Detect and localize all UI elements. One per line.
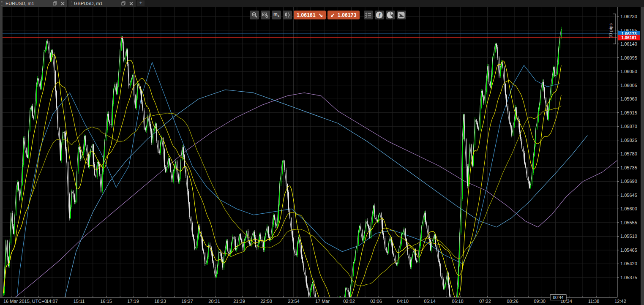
chart-toolbar: m1 1.06161 1.06173	[250, 11, 408, 19]
measure-label: 10 pips	[608, 23, 613, 38]
buy-arrow-icon	[330, 13, 335, 17]
buy-price: 1.06173	[338, 12, 357, 18]
time-tick-label: 12:42	[614, 299, 626, 304]
tab-grip-icon	[70, 1, 72, 5]
time-tick-label: 16:15	[100, 299, 112, 304]
price-tick-label: 1.05690	[620, 179, 637, 184]
bid-tag-label: 1.06161	[621, 35, 637, 40]
price-tick-label: 1.06050	[620, 69, 637, 74]
time-tick-label: 21:39	[233, 299, 245, 304]
price-tick-label: 1.06005	[620, 83, 637, 88]
time-tick-label: 03:06	[370, 299, 382, 304]
price-axis[interactable]: 1.062301.061851.061401.060951.060501.060…	[617, 14, 637, 280]
ma-yellow-slow-line	[3, 106, 561, 293]
price-tick-label: 1.05600	[620, 206, 637, 211]
ma-violet-line	[8, 93, 618, 304]
time-tick-label: 15:11	[74, 299, 85, 304]
price-tick-label: 1.05735	[620, 165, 637, 170]
time-tick-label: 04:10	[397, 299, 409, 304]
tab-popout-icon[interactable]	[120, 1, 126, 6]
f-circle-icon: f	[376, 11, 383, 19]
time-tick-label: 11:38	[588, 299, 600, 304]
tab-close-icon[interactable]	[128, 1, 134, 6]
checklist-icon	[365, 12, 371, 18]
time-tick-label: 06:18	[452, 299, 464, 304]
time-tick-label: 20:31	[208, 299, 220, 304]
sell-arrow-icon	[319, 13, 323, 17]
chart-settings-button[interactable]	[261, 11, 270, 19]
price-tick-label: 1.05825	[620, 138, 637, 143]
time-tick-label: 17 Mar	[315, 299, 330, 304]
price-tick-label: 1.06230	[620, 14, 637, 19]
price-tick-label: 1.05375	[620, 275, 637, 280]
price-tick-label: 1.05555	[620, 220, 637, 225]
circle-notch-icon	[387, 11, 394, 19]
ma-blue-fast-line	[9, 62, 560, 305]
price-tick-label: 1.05465	[620, 248, 637, 253]
magnifier-icon	[251, 12, 258, 18]
candle-body	[340, 298, 341, 301]
measure-tool: 10 pips	[608, 14, 616, 44]
time-tick-label: 22:50	[260, 299, 272, 304]
tab-gbpusd-m1[interactable]: GBPUSD, m1	[68, 0, 136, 7]
tab-eurusd-m1[interactable]: EURUSD, m1	[0, 0, 67, 7]
time-tick-label: 14:07	[46, 299, 58, 304]
time-tick-label: 07:22	[479, 299, 491, 304]
chart-settings-icon	[262, 12, 269, 18]
sell-button[interactable]: 1.06161	[294, 11, 326, 19]
pattern-icon	[398, 12, 405, 19]
manage-objects-button[interactable]	[364, 11, 373, 19]
candles	[3, 27, 562, 305]
price-tick-label: 1.05420	[620, 261, 637, 266]
price-tick-label: 1.05645	[620, 193, 637, 198]
time-tick-label: 09:30	[534, 299, 546, 304]
tab-popout-icon[interactable]	[52, 1, 58, 6]
time-tick-label: 02:02	[343, 299, 355, 304]
zoom-button[interactable]	[250, 11, 259, 19]
chart-canvas[interactable]: 10 pips1.062301.061851.061401.060951.060…	[0, 0, 644, 305]
bid-price-tag: 1.06161	[618, 35, 640, 40]
time-tick-label: 05:14	[424, 299, 436, 304]
sell-price: 1.06161	[297, 12, 316, 18]
patterns-button[interactable]	[397, 11, 406, 19]
candle-body	[341, 301, 342, 305]
chart-tab-bar: EURUSD, m1 GBPUSD, m1 +	[0, 0, 644, 7]
measure-bracket	[613, 14, 616, 44]
time-tick-label: 19:27	[181, 299, 193, 304]
buy-button[interactable]: 1.06173	[327, 11, 360, 19]
indicators-button[interactable]: f	[375, 11, 384, 19]
ma-yellow-fast-line	[3, 54, 561, 305]
new-tab-button[interactable]: +	[137, 0, 145, 6]
tab-label: EURUSD, m1	[5, 1, 52, 6]
candle-body	[315, 293, 316, 298]
price-tick-label: 1.05510	[620, 234, 637, 239]
price-tick-label: 1.05870	[620, 124, 637, 129]
bar-countdown: 00:44	[550, 295, 566, 300]
countdown-label: 00:44	[553, 295, 563, 300]
ma-blue-slow-line	[63, 90, 587, 305]
candle-body	[450, 296, 451, 305]
ma-yellow-mid-line	[3, 78, 561, 305]
tab-grip-icon	[1, 1, 3, 5]
timeframe-button[interactable]: m1	[272, 11, 281, 19]
timeframe-label: m1	[273, 12, 279, 18]
chart-type-button[interactable]	[283, 11, 292, 19]
grid	[3, 7, 617, 297]
price-tick-label: 1.05960	[620, 96, 637, 101]
price-tick-label: 1.06095	[620, 55, 637, 60]
candle-body	[339, 298, 340, 305]
tab-close-icon[interactable]	[60, 1, 65, 6]
time-axis-start-label: 16 Mar 2015, UTC+0	[3, 299, 47, 304]
sentiment-button[interactable]	[386, 11, 395, 19]
time-tick-label: 18:23	[154, 299, 166, 304]
price-tick-label: 1.06140	[620, 41, 637, 46]
time-tick-label: 23:54	[288, 299, 300, 304]
tab-label: GBPUSD, m1	[74, 1, 120, 6]
time-tick-label: 17:19	[127, 299, 139, 304]
time-tick-label: 08:26	[507, 299, 518, 304]
chart-window: 10 pips1.062301.061851.061401.060951.060…	[0, 0, 644, 305]
price-tick-label: 1.05780	[620, 151, 637, 156]
price-tick-label: 1.05915	[620, 110, 637, 115]
candlestick-icon	[284, 12, 290, 18]
